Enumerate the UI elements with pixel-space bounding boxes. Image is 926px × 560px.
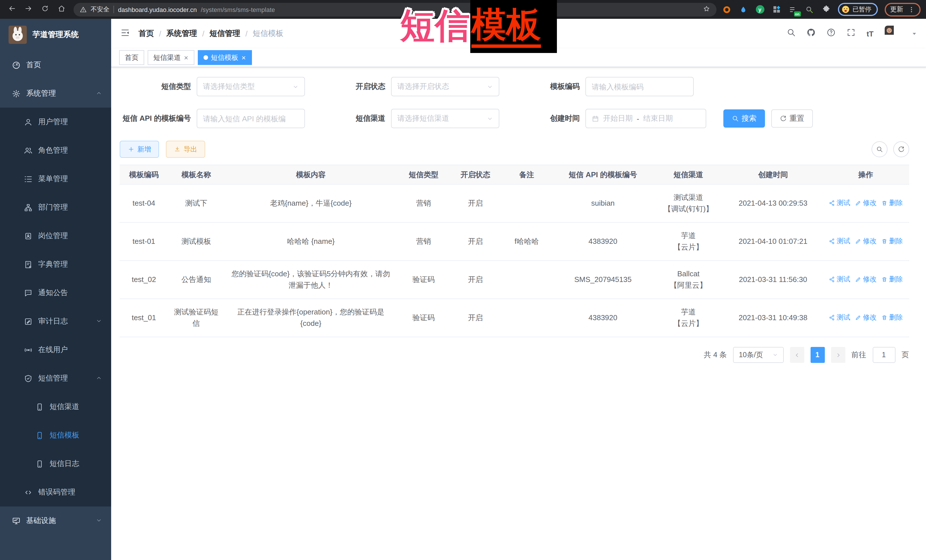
extension-list-icon[interactable]: on: [788, 5, 798, 14]
search-icon: [876, 146, 883, 152]
edit-link[interactable]: 修改: [855, 235, 876, 247]
share-icon: [829, 200, 835, 206]
start-date-placeholder: 开始日期: [603, 113, 633, 124]
extension-drop-icon[interactable]: [738, 5, 748, 14]
breadcrumb-system[interactable]: 系统管理: [166, 29, 197, 39]
update-label: 更新: [890, 5, 903, 14]
delete-link[interactable]: 删除: [881, 235, 903, 247]
sidebar-item-notices[interactable]: 通知公告: [0, 279, 111, 307]
screen: 不安全 dashboard.yudao.iocoder.cn/system/sm…: [0, 0, 926, 560]
delete-link[interactable]: 删除: [881, 312, 903, 323]
breadcrumb-home[interactable]: 首页: [139, 29, 154, 39]
edit-link[interactable]: 修改: [855, 312, 876, 323]
caret-down-icon[interactable]: [911, 29, 917, 39]
breadcrumb-separator: /: [202, 29, 205, 38]
share-icon: [829, 314, 835, 321]
sidebar-item-sms[interactable]: 短信管理: [0, 364, 111, 392]
delete-link[interactable]: 删除: [881, 198, 903, 209]
home-button[interactable]: [57, 4, 65, 15]
breadcrumb: 首页 / 系统管理 / 短信管理 / 短信模板: [139, 29, 284, 39]
tags-view: 首页 短信渠道 短信模板: [111, 48, 926, 67]
fullscreen-icon[interactable]: [846, 28, 856, 39]
breadcrumb-separator: /: [245, 29, 248, 38]
app-logo[interactable]: 芋道管理系统: [0, 19, 111, 51]
sidebar-item-audit-log[interactable]: 审计日志: [0, 307, 111, 335]
export-button[interactable]: 导出: [166, 141, 205, 158]
api-template-input[interactable]: [197, 109, 304, 128]
page-number-current[interactable]: 1: [810, 347, 825, 363]
sidebar-item-sms-template[interactable]: 短信模板: [0, 421, 111, 450]
status-select[interactable]: 请选择开启状态: [391, 77, 499, 96]
tab-home[interactable]: 首页: [119, 50, 144, 65]
close-icon[interactable]: [241, 55, 246, 60]
edit-log-icon: [24, 317, 32, 326]
help-icon[interactable]: [826, 28, 836, 39]
avatar[interactable]: [884, 26, 900, 42]
prev-page-button[interactable]: [790, 347, 804, 363]
total-count: 共 4 条: [704, 350, 727, 360]
sidebar-item-sms-log[interactable]: 短信日志: [0, 450, 111, 478]
extension-y-icon[interactable]: y: [755, 5, 765, 14]
test-link[interactable]: 测试: [829, 235, 850, 247]
plus-icon: [128, 146, 135, 152]
goto-label: 前往: [851, 350, 866, 360]
channel-select[interactable]: 请选择短信渠道: [391, 109, 499, 128]
tab-sms-channel[interactable]: 短信渠道: [148, 50, 194, 65]
sidebar-item-dictionary[interactable]: 字典管理: [0, 250, 111, 279]
delete-link[interactable]: 删除: [881, 274, 903, 285]
search-icon[interactable]: [787, 28, 796, 39]
online-signal-icon: [24, 346, 32, 354]
page-size-select[interactable]: 10条/页: [733, 347, 784, 363]
extension-magnifier-icon[interactable]: [805, 5, 814, 14]
sidebar-item-system[interactable]: 系统管理: [0, 79, 111, 108]
bookmark-star-icon[interactable]: [702, 5, 710, 14]
close-icon[interactable]: [183, 55, 189, 60]
sidebar-item-error-codes[interactable]: 错误码管理: [0, 478, 111, 506]
system-submenu: 用户管理 角色管理 菜单管理 部门管理 岗位管理: [0, 108, 111, 506]
extension-ring-icon[interactable]: [722, 5, 732, 14]
phone-icon: [35, 403, 44, 411]
template-code-input[interactable]: [586, 77, 693, 96]
date-range-picker[interactable]: 开始日期 - 结束日期: [586, 109, 706, 128]
profile-paused-chip[interactable]: 已暂停: [838, 3, 878, 16]
puzzle-extensions-icon[interactable]: [821, 5, 831, 14]
breadcrumb-sms[interactable]: 短信管理: [209, 29, 240, 39]
reload-button[interactable]: [41, 4, 49, 15]
reset-button[interactable]: 重置: [771, 109, 813, 128]
text-size-icon[interactable]: tT: [866, 29, 873, 38]
table-tools: [871, 141, 909, 157]
edit-link[interactable]: 修改: [855, 274, 876, 285]
forward-button[interactable]: [24, 4, 32, 15]
add-button[interactable]: 新增: [120, 141, 159, 158]
table-toolbar: 新增 导出: [120, 141, 909, 158]
url-bar[interactable]: 不安全 dashboard.yudao.iocoder.cn/system/sm…: [74, 3, 716, 16]
refresh-table-button[interactable]: [893, 141, 909, 157]
trash-icon: [881, 238, 887, 245]
github-icon[interactable]: [806, 28, 816, 39]
sidebar-item-online-users[interactable]: 在线用户: [0, 335, 111, 364]
extension-grid-icon[interactable]: [772, 5, 781, 14]
sidebar-item-departments[interactable]: 部门管理: [0, 193, 111, 222]
sidebar-item-menus[interactable]: 菜单管理: [0, 165, 111, 193]
sidebar-item-users[interactable]: 用户管理: [0, 108, 111, 136]
test-link[interactable]: 测试: [829, 198, 850, 209]
chevron-down-icon: [292, 83, 299, 90]
sidebar-item-home[interactable]: 首页: [0, 51, 111, 79]
edit-link[interactable]: 修改: [855, 198, 876, 209]
sidebar-item-posts[interactable]: 岗位管理: [0, 222, 111, 250]
sms-type-select[interactable]: 请选择短信类型: [197, 77, 305, 96]
test-link[interactable]: 测试: [829, 274, 850, 285]
page-content: 短信类型 请选择短信类型 开启状态 请选择开启状态: [111, 67, 926, 560]
sidebar-item-infrastructure[interactable]: 基础设施: [0, 506, 111, 535]
test-link[interactable]: 测试: [829, 312, 850, 323]
goto-page-input[interactable]: [872, 347, 895, 363]
browser-update-button[interactable]: 更新: [884, 3, 920, 16]
sidebar-item-sms-channel[interactable]: 短信渠道: [0, 392, 111, 421]
tab-sms-template[interactable]: 短信模板: [198, 50, 252, 65]
sidebar-item-roles[interactable]: 角色管理: [0, 136, 111, 165]
next-page-button[interactable]: [831, 347, 845, 363]
hamburger-collapse-icon[interactable]: [120, 28, 130, 39]
toggle-search-button[interactable]: [871, 141, 887, 157]
back-button[interactable]: [8, 4, 16, 15]
search-button[interactable]: 搜索: [723, 109, 765, 128]
